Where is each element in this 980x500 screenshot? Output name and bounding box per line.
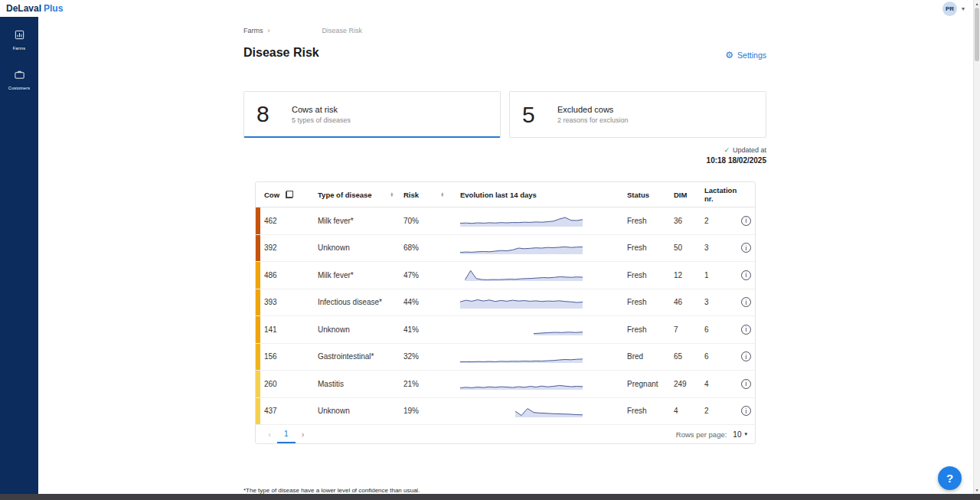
next-page-button[interactable]: ›	[296, 425, 311, 443]
cell-dim: 4	[674, 407, 704, 415]
table-row[interactable]: 462 Milk fever* 70% Fresh 36 2 i	[256, 208, 755, 235]
customers-icon	[14, 69, 25, 83]
info-icon[interactable]: i	[741, 243, 751, 253]
copy-icon[interactable]	[286, 191, 293, 198]
scroll-down-icon[interactable]: ▼	[974, 488, 980, 492]
sidebar-item-customers[interactable]: Customers	[0, 66, 38, 93]
table-row[interactable]: 437 Unknown 19% Fresh 4 2 i	[256, 398, 755, 426]
cell-status: Fresh	[627, 325, 674, 334]
cell-dim: 249	[674, 380, 704, 388]
table-row[interactable]: 393 Infectious disease* 44% Fresh 46 3 i	[256, 289, 755, 317]
cell-disease: Unknown	[318, 243, 403, 252]
excluded-cows-card[interactable]: 5 Excluded cows 2 reasons for exclusion	[509, 91, 766, 138]
cell-disease: Gastrointestinal*	[318, 352, 403, 361]
sort-icon[interactable]: ▴▾	[441, 192, 443, 198]
cell-cow: 437	[260, 407, 318, 415]
breadcrumb-item-current: Disease Risk	[322, 27, 363, 34]
cell-status: Bred	[627, 352, 674, 361]
cell-status: Fresh	[627, 217, 674, 225]
cell-cow: 486	[260, 271, 318, 279]
cows-at-risk-card[interactable]: 8 Cows at risk 5 types of diseases	[243, 91, 501, 138]
user-avatar[interactable]: PR	[942, 2, 957, 16]
table-row[interactable]: 392 Unknown 68% Fresh 50 3 i	[256, 235, 755, 263]
cell-dim: 36	[674, 217, 704, 225]
column-header-dim: DIM	[674, 191, 704, 199]
vertical-scrollbar[interactable]: ▲ ▼	[973, 0, 980, 494]
breadcrumb-item-farms[interactable]: Farms	[243, 27, 263, 34]
cell-status: Fresh	[627, 243, 674, 252]
column-header-cow: Cow	[264, 191, 279, 199]
cell-lactation: 3	[704, 243, 741, 252]
info-icon[interactable]: i	[741, 351, 751, 361]
card-title: Cows at risk	[292, 105, 351, 114]
cell-risk: 68%	[403, 243, 454, 252]
cell-lactation: 2	[704, 407, 741, 415]
info-icon[interactable]: i	[741, 379, 751, 389]
settings-button[interactable]: ⚙ Settings	[725, 51, 766, 60]
card-title: Excluded cows	[557, 105, 629, 114]
column-header-disease: Type of disease	[318, 191, 372, 199]
check-icon: ✓	[724, 146, 730, 154]
card-subtitle: 2 reasons for exclusion	[557, 116, 629, 124]
info-icon[interactable]: i	[741, 406, 751, 416]
info-icon[interactable]: i	[741, 270, 751, 280]
scrollbar-thumb[interactable]	[975, 8, 979, 61]
table-row[interactable]: 260 Mastitis 21% Pregnant 249 4 i	[256, 371, 755, 398]
disease-risk-table: Cow Type of disease ▴▾ Risk ▴▾ Evolution…	[255, 181, 756, 444]
rows-per-page-label: Rows per page:	[676, 430, 727, 439]
table-body: 462 Milk fever* 70% Fresh 36 2 i 392 Unk…	[256, 208, 755, 425]
cell-cow: 141	[260, 325, 318, 334]
sparkline	[454, 240, 627, 257]
cell-status: Fresh	[627, 271, 674, 279]
column-header-status: Status	[627, 191, 674, 199]
cell-cow: 462	[260, 217, 318, 225]
sort-icon[interactable]: ▴▾	[390, 192, 393, 198]
cell-lactation: 3	[704, 298, 741, 306]
cell-status: Pregnant	[627, 380, 674, 388]
rows-per-page-select[interactable]: 10 ▾	[733, 430, 747, 439]
delaval-plus-logo[interactable]: DeLaval Plus	[6, 3, 63, 14]
pagination: ‹ 1 › Rows per page: 10 ▾	[256, 425, 755, 443]
farms-icon	[14, 29, 25, 44]
breadcrumb: Farms › Disease Risk	[243, 27, 362, 34]
column-header-evolution: Evolution last 14 days	[454, 191, 627, 199]
cell-risk: 47%	[403, 271, 454, 279]
prev-page-button[interactable]: ‹	[262, 425, 277, 443]
sidebar-item-farms[interactable]: Farms	[0, 26, 38, 54]
cell-disease: Milk fever*	[318, 217, 403, 225]
scroll-up-icon[interactable]: ▲	[974, 2, 980, 6]
sparkline	[454, 266, 627, 283]
table-row[interactable]: 486 Milk fever* 47% Fresh 12 1 i	[256, 262, 755, 289]
cell-status: Fresh	[627, 298, 674, 306]
footnote: *The type of disease have a lower level …	[243, 487, 420, 494]
column-header-lactation: Lactation nr.	[704, 186, 741, 203]
help-button[interactable]: ?	[938, 466, 962, 490]
cell-lactation: 6	[704, 352, 741, 361]
cell-dim: 12	[674, 271, 704, 279]
cell-dim: 7	[674, 325, 704, 334]
cell-disease: Infectious disease*	[318, 298, 403, 306]
sidebar-item-label: Farms	[13, 46, 26, 51]
page-title: Disease Risk	[243, 46, 319, 60]
sidebar-item-label: Customers	[8, 86, 30, 90]
page-number[interactable]: 1	[277, 425, 296, 443]
logo-text-secondary: Plus	[44, 3, 63, 14]
cell-risk: 32%	[403, 352, 454, 361]
info-icon[interactable]: i	[741, 216, 751, 226]
settings-label: Settings	[737, 51, 766, 60]
bottom-bar	[0, 494, 980, 500]
cell-cow: 393	[260, 298, 318, 306]
sparkline	[454, 375, 627, 392]
cell-risk: 70%	[403, 217, 454, 225]
table-row[interactable]: 141 Unknown 41% Fresh 7 6 i	[256, 316, 755, 344]
logo-text-primary: DeLaval	[6, 3, 41, 14]
info-icon[interactable]: i	[741, 297, 751, 307]
chevron-down-icon[interactable]: ▾	[962, 5, 965, 12]
cell-disease: Unknown	[318, 407, 403, 415]
sidebar: Farms Customers	[0, 17, 38, 494]
chevron-right-icon: ›	[268, 27, 270, 34]
chevron-down-icon: ▾	[744, 431, 747, 437]
cell-risk: 19%	[403, 407, 454, 415]
table-row[interactable]: 156 Gastrointestinal* 32% Bred 65 6 i	[256, 344, 755, 371]
info-icon[interactable]: i	[741, 325, 751, 335]
